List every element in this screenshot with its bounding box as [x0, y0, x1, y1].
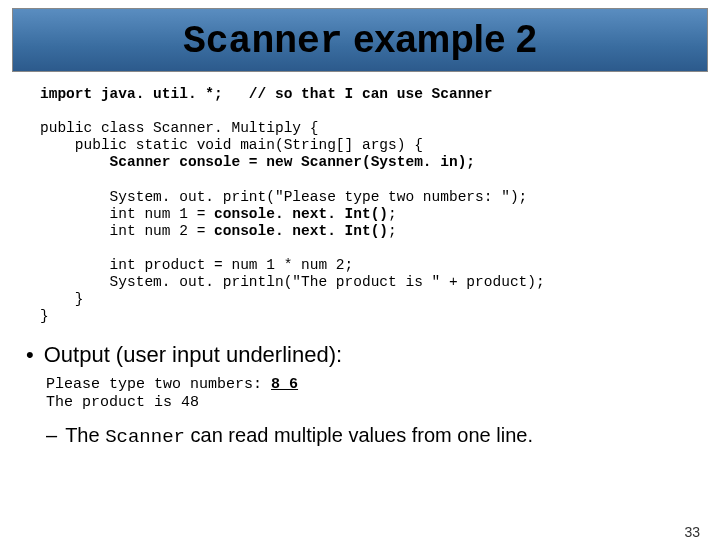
title-rest: example 2 — [343, 18, 537, 60]
out-line1: Please type two numbers: — [46, 376, 271, 393]
code-block: import java. util. *; // so that I can u… — [40, 86, 692, 326]
slide-title: Scanner example 2 — [183, 18, 537, 63]
bullet-dot-icon: • — [26, 342, 34, 368]
code-line: public class Scanner. Multiply { — [40, 120, 318, 136]
bullet-text: Output (user input underlined): — [44, 342, 342, 368]
dash-post: can read multiple values from one line. — [185, 424, 533, 446]
user-input: 8 6 — [271, 376, 298, 393]
dash-mono: Scanner — [105, 426, 185, 448]
code-line: Scanner console = new Scanner(System. in… — [40, 154, 475, 170]
code-call: console. next. Int() — [214, 206, 388, 222]
out-line2: The product is 48 — [46, 394, 199, 411]
code-line: System. out. print("Please type two numb… — [40, 189, 527, 205]
code-line: public static void main(String[] args) { — [40, 137, 423, 153]
dash-text: The Scanner can read multiple values fro… — [65, 424, 533, 448]
dash-note: – The Scanner can read multiple values f… — [46, 424, 692, 448]
code-semi: ; — [388, 206, 397, 222]
bullet-output: • Output (user input underlined): — [26, 342, 692, 368]
code-line: int product = num 1 * num 2; — [40, 257, 353, 273]
code-semi: ; — [388, 223, 397, 239]
dash-pre: The — [65, 424, 105, 446]
code-line: int num 2 = — [40, 223, 214, 239]
code-line: } — [40, 291, 84, 307]
title-mono: Scanner — [183, 20, 343, 63]
slide: Scanner example 2 import java. util. *; … — [0, 8, 720, 540]
code-import: import java. util. *; — [40, 86, 223, 102]
dash-icon: – — [46, 424, 57, 447]
code-call: console. next. Int() — [214, 223, 388, 239]
content-area: import java. util. *; // so that I can u… — [0, 72, 720, 448]
code-comment: // so that I can use Scanner — [249, 86, 493, 102]
title-bar: Scanner example 2 — [12, 8, 708, 72]
code-line: System. out. println("The product is " +… — [40, 274, 545, 290]
output-block: Please type two numbers: 8 6 The product… — [46, 376, 692, 412]
code-line: } — [40, 308, 49, 324]
code-line: int num 1 = — [40, 206, 214, 222]
page-number: 33 — [684, 524, 700, 540]
